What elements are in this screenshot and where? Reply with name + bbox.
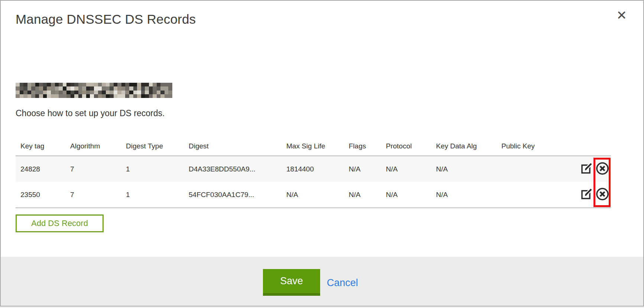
save-button[interactable]: Save — [263, 269, 320, 296]
cell-digest: D4A33E8DD550A9... — [184, 156, 282, 182]
column-header-digest-type: Digest Type — [121, 137, 184, 156]
cell-protocol: N/A — [381, 182, 431, 208]
redacted-domain-name — [16, 83, 172, 98]
column-header-flags: Flags — [344, 137, 381, 156]
edit-record-button[interactable] — [580, 162, 594, 176]
delete-icon — [595, 187, 609, 202]
delete-record-button[interactable] — [595, 188, 609, 202]
delete-record-button[interactable] — [595, 162, 609, 176]
modal-footer: Save Cancel — [1, 257, 643, 306]
add-ds-record-button[interactable]: Add DS Record — [16, 214, 104, 232]
column-header-algorithm: Algorithm — [65, 137, 121, 156]
cell-key-data-alg: N/A — [431, 182, 497, 208]
cell-flags: N/A — [344, 182, 381, 208]
cell-digest: 54FCF030AA1C79... — [184, 182, 282, 208]
ds-records-table: Key tag Algorithm Digest Type Digest Max… — [16, 137, 611, 208]
cell-key-data-alg: N/A — [431, 156, 497, 182]
edit-icon — [580, 187, 593, 202]
column-header-actions — [566, 137, 611, 156]
cell-digest-type: 1 — [121, 182, 184, 208]
manage-dnssec-modal: Manage DNSSEC DS Records ✕ Choose how to… — [0, 0, 644, 307]
cell-public-key — [497, 182, 566, 208]
cell-public-key — [497, 156, 566, 182]
column-header-key-data-alg: Key Data Alg — [431, 137, 497, 156]
cell-actions — [566, 182, 611, 208]
cell-protocol: N/A — [381, 156, 431, 182]
column-header-key-tag: Key tag — [16, 137, 65, 156]
cell-max-sig-life: N/A — [282, 182, 344, 208]
table-row: 23550 7 1 54FCF030AA1C79... N/A N/A N/A … — [16, 182, 611, 208]
cell-key-tag: 23550 — [16, 182, 65, 208]
table-header-row: Key tag Algorithm Digest Type Digest Max… — [16, 137, 611, 156]
close-icon[interactable]: ✕ — [617, 9, 627, 22]
cell-algorithm: 7 — [65, 182, 121, 208]
edit-record-button[interactable] — [580, 188, 594, 202]
column-header-public-key: Public Key — [497, 137, 566, 156]
cancel-link[interactable]: Cancel — [327, 277, 358, 289]
cell-algorithm: 7 — [65, 156, 121, 182]
cell-key-tag: 24828 — [16, 156, 65, 182]
column-header-protocol: Protocol — [381, 137, 431, 156]
column-header-digest: Digest — [184, 137, 282, 156]
cell-actions — [566, 156, 611, 182]
intro-text: Choose how to set up your DS records. — [16, 108, 165, 118]
cell-max-sig-life: 1814400 — [282, 156, 344, 182]
column-header-max-sig-life: Max Sig Life — [282, 137, 344, 156]
delete-icon — [595, 161, 609, 177]
cell-digest-type: 1 — [121, 156, 184, 182]
edit-icon — [580, 162, 593, 176]
page-title: Manage DNSSEC DS Records — [16, 12, 196, 27]
table-row: 24828 7 1 D4A33E8DD550A9... 1814400 N/A … — [16, 156, 611, 182]
cell-flags: N/A — [344, 156, 381, 182]
